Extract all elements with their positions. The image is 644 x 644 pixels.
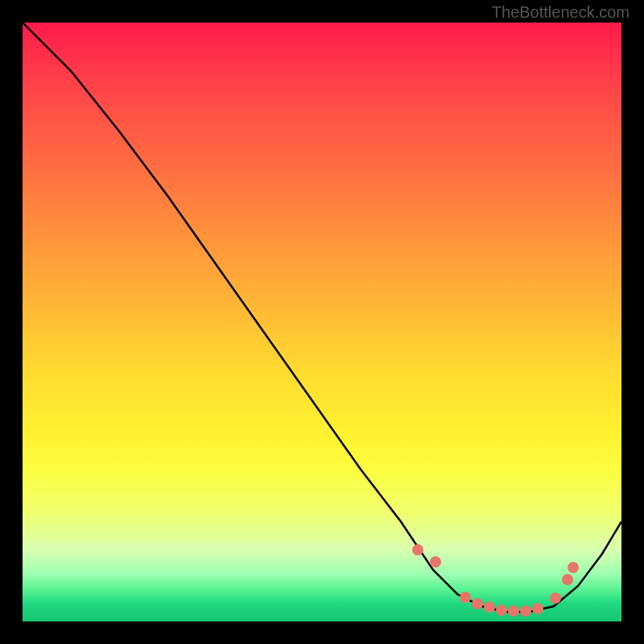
marker-dot (568, 562, 579, 573)
marker-dot (532, 603, 543, 614)
chart-container (23, 23, 621, 621)
marker-dot (472, 598, 483, 609)
marker-dot (562, 574, 573, 585)
marker-dot (484, 601, 495, 613)
marker-dot (496, 605, 507, 616)
marker-dot (550, 592, 561, 604)
marker-dot (430, 556, 441, 568)
marker-dot (520, 605, 531, 617)
marker-dot (508, 605, 519, 617)
bottleneck-curve (23, 23, 621, 612)
watermark-text: TheBottleneck.com (492, 3, 630, 22)
marker-dot (412, 544, 423, 555)
marker-dot (460, 592, 471, 603)
chart-svg (23, 23, 621, 621)
